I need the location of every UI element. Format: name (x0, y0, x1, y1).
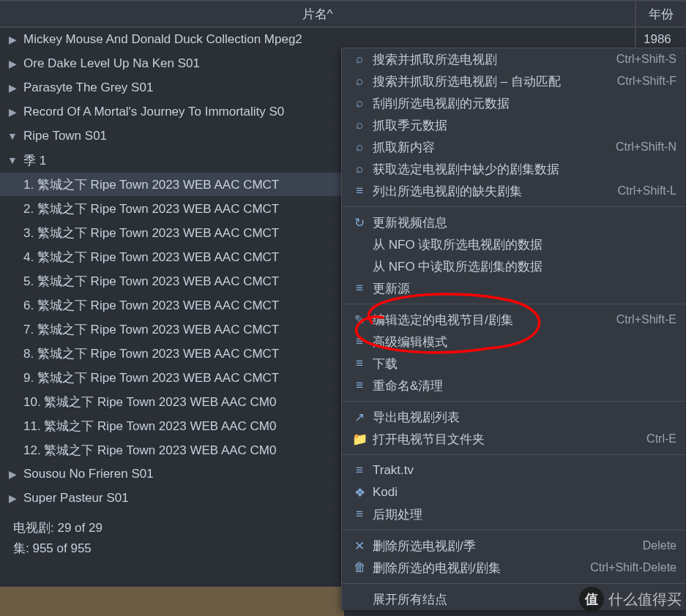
menu-item[interactable]: ⌕搜索并抓取所选电视剧Ctrl+Shift-S (342, 48, 685, 70)
chevron-right-icon[interactable]: ▶ (6, 58, 19, 70)
search-icon: ⌕ (349, 52, 370, 67)
col-header-year[interactable]: 年份 (636, 1, 686, 26)
menu-item[interactable]: ✕删除所选电视剧/季Delete (342, 535, 685, 557)
chevron-right-icon[interactable]: ▶ (6, 468, 19, 480)
watermark: 值 什么值得买 (579, 587, 682, 612)
list-icon: ≡ (349, 356, 370, 371)
menu-separator (342, 454, 685, 455)
menu-item[interactable]: ❖Kodi (342, 481, 685, 503)
search-icon: ⌕ (349, 140, 370, 154)
menu-item-label: 删除所选的电视剧/剧集 (370, 560, 590, 576)
search-icon: ⌕ (349, 74, 370, 89)
menu-item[interactable]: ≡下载 (342, 353, 685, 375)
menu-item-label: 列出所选电视剧的缺失剧集 (370, 183, 618, 200)
menu-separator (342, 401, 685, 402)
menu-item-label: 高级编辑模式 (370, 334, 676, 350)
menu-item-shortcut: Delete (643, 539, 676, 552)
chevron-right-icon[interactable]: ▶ (6, 82, 19, 94)
chevron-down-icon[interactable]: ▼ (6, 154, 19, 166)
menu-item[interactable]: ⌕刮削所选电视剧的元数据 (342, 92, 685, 114)
list-icon: ≡ (349, 281, 370, 296)
menu-item-label: Trakt.tv (370, 463, 676, 478)
menu-item[interactable]: ✎编辑选定的电视节目/剧集Ctrl+Shift-E (342, 309, 685, 331)
chevron-down-icon[interactable]: ▼ (6, 130, 19, 142)
watermark-text: 什么值得买 (608, 590, 682, 609)
list-icon: ≡ (349, 378, 370, 393)
edit-icon: ✎ (349, 312, 370, 328)
search-icon: ⌕ (349, 162, 370, 176)
menu-item-label: 搜索并抓取所选电视剧 – 自动匹配 (370, 73, 617, 90)
menu-item[interactable]: ↗导出电视剧列表 (342, 406, 685, 428)
export-icon: ↗ (349, 410, 370, 425)
row-label: Mickey Mouse And Donald Duck Collection … (23, 32, 302, 47)
menu-item-label: 导出电视剧列表 (370, 409, 676, 426)
row-label: Ripe Town S01 (23, 129, 107, 143)
menu-item[interactable]: 从 NFO 读取所选电视剧的数据 (342, 233, 685, 255)
col-header-year-label: 年份 (649, 6, 674, 23)
row-label: 9. 繁城之下 Ripe Town 2023 WEB AAC CMCT (23, 369, 279, 386)
list-icon: ≡ (349, 184, 370, 198)
menu-item-label: 获取选定电视剧中缺少的剧集数据 (370, 161, 676, 178)
close-icon: ✕ (349, 538, 370, 554)
menu-item[interactable]: ⌕抓取季元数据 (342, 114, 685, 136)
row-label: 4. 繁城之下 Ripe Town 2023 WEB AAC CMCT (23, 249, 279, 266)
row-label: 5. 繁城之下 Ripe Town 2023 WEB AAC CMCT (23, 273, 279, 290)
menu-item[interactable]: ≡Trakt.tv (342, 459, 685, 481)
menu-item-label: 抓取新内容 (370, 139, 616, 156)
menu-item[interactable]: ⌕获取选定电视剧中缺少的剧集数据 (342, 158, 685, 180)
menu-item-label: 刮削所选电视剧的元数据 (370, 95, 676, 112)
menu-item-shortcut: Ctrl+Shift-N (616, 140, 676, 154)
list-icon: ≡ (349, 334, 370, 349)
menu-item-label: 编辑选定的电视节目/剧集 (370, 312, 616, 328)
menu-item-label: 后期处理 (370, 506, 676, 523)
row-label: 8. 繁城之下 Ripe Town 2023 WEB AAC CMCT (23, 345, 279, 362)
chevron-right-icon[interactable]: ▶ (6, 106, 19, 118)
menu-item-label: 下载 (370, 356, 676, 372)
list-icon: ≡ (349, 463, 370, 478)
row-label: Ore Dake Level Up Na Ken S01 (23, 56, 200, 71)
row-label: Record Of A Mortal's Journey To Immortal… (23, 105, 284, 119)
menu-item[interactable]: ≡更新源 (342, 277, 685, 299)
col-header-title-label: 片名^ (302, 6, 333, 23)
row-label: 10. 繁城之下 Ripe Town 2023 WEB AAC CM0 (23, 394, 277, 410)
menu-item-shortcut: Ctrl+Shift-F (617, 75, 676, 88)
context-menu[interactable]: ⌕搜索并抓取所选电视剧Ctrl+Shift-S⌕搜索并抓取所选电视剧 – 自动匹… (341, 48, 685, 610)
menu-item[interactable]: 从 NFO 中读取所选剧集的数据 (342, 255, 685, 277)
kodi-icon: ❖ (349, 485, 370, 500)
menu-item[interactable]: 🗑删除所选的电视剧/剧集Ctrl+Shift-Delete (342, 557, 685, 579)
row-label: 7. 繁城之下 Ripe Town 2023 WEB AAC CMCT (23, 321, 279, 338)
menu-item-label: 更新视频信息 (370, 214, 676, 231)
menu-item-label: 重命名&清理 (370, 378, 676, 394)
menu-item-shortcut: Ctrl+Shift-Delete (590, 561, 676, 574)
menu-separator (342, 304, 685, 304)
menu-item[interactable]: ≡高级编辑模式 (342, 331, 685, 353)
menu-item-label: Kodi (370, 485, 676, 500)
chevron-right-icon[interactable]: ▶ (6, 492, 19, 504)
chevron-right-icon[interactable]: ▶ (6, 34, 19, 45)
menu-separator (342, 530, 685, 530)
menu-item[interactable]: 📁打开电视节目文件夹Ctrl-E (342, 428, 685, 450)
menu-item-label: 打开电视节目文件夹 (370, 431, 646, 448)
row-label: 12. 繁城之下 Ripe Town 2023 WEB AAC CM0 (23, 442, 277, 459)
menu-item[interactable]: ⌕搜索并抓取所选电视剧 – 自动匹配Ctrl+Shift-F (342, 70, 685, 92)
menu-item[interactable]: ≡重命名&清理 (342, 375, 685, 397)
menu-item-label: 抓取季元数据 (370, 117, 676, 134)
menu-item-label: 删除所选电视剧/季 (370, 538, 643, 555)
menu-item[interactable]: ≡后期处理 (342, 503, 685, 525)
row-label: 11. 繁城之下 Ripe Town 2023 WEB AAC CM0 (23, 418, 277, 435)
row-year: 1986 (636, 32, 686, 47)
col-header-title[interactable]: 片名^ (0, 1, 636, 26)
row-label: Parasyte The Grey S01 (23, 80, 153, 95)
menu-item-shortcut: Ctrl+Shift-L (618, 184, 676, 198)
refresh-icon: ↻ (349, 215, 370, 230)
menu-item[interactable]: ≡列出所选电视剧的缺失剧集Ctrl+Shift-L (342, 180, 685, 202)
search-icon: ⌕ (349, 118, 370, 132)
menu-item-shortcut: Ctrl-E (646, 432, 676, 446)
list-icon: ≡ (349, 507, 370, 522)
row-label: Super Pasteur S01 (23, 491, 129, 506)
menu-item[interactable]: ⌕抓取新内容Ctrl+Shift-N (342, 136, 685, 158)
row-label: 6. 繁城之下 Ripe Town 2023 WEB AAC CMCT (23, 297, 279, 314)
menu-item[interactable]: ↻更新视频信息 (342, 211, 685, 233)
watermark-badge-icon: 值 (579, 587, 604, 612)
row-label: 1. 繁城之下 Ripe Town 2023 WEB AAC CMCT (23, 176, 279, 193)
